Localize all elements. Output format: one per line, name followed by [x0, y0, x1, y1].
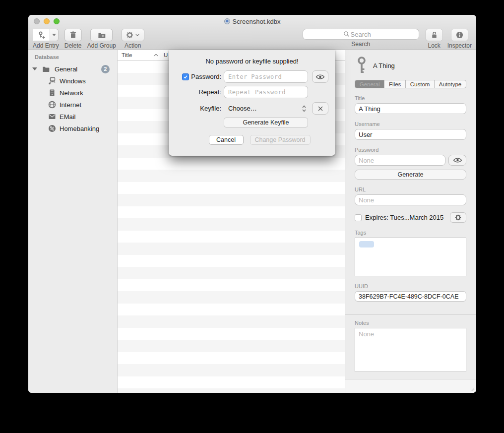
- zoom-button[interactable]: [54, 18, 60, 24]
- sidebar-item-homebanking[interactable]: Homebanking: [28, 123, 117, 134]
- reveal-password-button[interactable]: [448, 155, 466, 166]
- trash-icon: [69, 31, 77, 39]
- generate-keyfile-button[interactable]: Generate Keyfile: [224, 118, 308, 127]
- tags-field[interactable]: [355, 238, 466, 276]
- sidebar-item-network[interactable]: Network: [28, 87, 117, 99]
- stepper-icon: [302, 105, 307, 113]
- clear-keyfile-button[interactable]: [312, 102, 328, 115]
- toolbar: Add Entry Delete Add Group: [28, 28, 476, 49]
- entry-title-heading: A Thing: [373, 62, 395, 69]
- disclosure-triangle-icon[interactable]: [32, 67, 37, 70]
- cancel-button[interactable]: Cancel: [209, 135, 244, 145]
- keyfile-label: Keyfile:: [200, 105, 221, 112]
- lock-label: Lock: [428, 42, 440, 49]
- percent-icon: [48, 124, 56, 132]
- keyfile-value: Choose…: [228, 105, 302, 112]
- uuid-field[interactable]: [355, 291, 466, 302]
- inspector-label: Inspector: [447, 42, 472, 49]
- keyfile-popup[interactable]: Choose…: [224, 102, 308, 115]
- sidebar-item-email[interactable]: EMail: [28, 111, 117, 123]
- add-entry-dropdown[interactable]: [50, 29, 58, 41]
- notes-field-label: Notes: [355, 320, 466, 326]
- expires-label: Expires: Tues...March 2015: [365, 214, 446, 221]
- add-group-label: Add Group: [87, 42, 116, 49]
- minimize-button[interactable]: [44, 18, 50, 24]
- inspector-panel: A Thing General Files Custom Autotype Ti…: [345, 50, 476, 393]
- eye-icon: [315, 74, 325, 80]
- resize-grip[interactable]: [470, 387, 475, 391]
- column-header-title[interactable]: Title: [118, 50, 161, 60]
- password-label: Password:: [191, 73, 221, 80]
- gear-icon: [455, 214, 461, 221]
- enter-password-input[interactable]: [224, 70, 308, 83]
- app-window: Screenshot.kdbx Add Entry Delete: [28, 15, 476, 393]
- sidebar-item-label: EMail: [60, 113, 76, 121]
- inspector-button[interactable]: [451, 29, 468, 41]
- column-header-username[interactable]: U: [161, 52, 168, 58]
- delete-button[interactable]: [64, 29, 82, 41]
- password-checkbox[interactable]: [182, 73, 189, 80]
- repeat-label: Repeat:: [198, 88, 221, 96]
- expires-checkbox[interactable]: [355, 214, 362, 221]
- sidebar-item-internet[interactable]: Internet: [28, 99, 117, 111]
- sidebar-item-windows[interactable]: Windows: [28, 75, 117, 87]
- entry-count-badge: 2: [101, 65, 110, 73]
- check-icon: [183, 74, 188, 79]
- window-chrome: Screenshot.kdbx Add Entry Delete: [28, 15, 476, 50]
- chevron-down-icon: [52, 34, 56, 36]
- tab-files[interactable]: Files: [384, 80, 406, 88]
- server-icon: [48, 89, 56, 97]
- password-field-label: Password: [355, 147, 466, 153]
- sidebar-item-general[interactable]: General 2: [28, 63, 117, 75]
- globe-icon: [48, 101, 56, 109]
- inspector-tabs: General Files Custom Autotype: [355, 80, 466, 88]
- tab-custom[interactable]: Custom: [406, 80, 435, 88]
- window-title: Screenshot.kdbx: [233, 18, 281, 25]
- title-field-label: Title: [355, 95, 466, 101]
- url-field[interactable]: [355, 194, 466, 205]
- password-field[interactable]: [355, 155, 445, 166]
- tab-autotype[interactable]: Autotype: [435, 80, 466, 88]
- change-password-button[interactable]: Change Password: [250, 135, 311, 145]
- document-proxy-icon[interactable]: [224, 18, 230, 24]
- sheet-message: No password or keyfile supplied!: [169, 58, 335, 65]
- titlebar[interactable]: Screenshot.kdbx: [28, 15, 476, 28]
- inspector-footer: [345, 379, 476, 393]
- action-label: Action: [125, 42, 141, 49]
- close-button[interactable]: [34, 18, 40, 24]
- column-label: Title: [122, 52, 132, 58]
- lock-button[interactable]: [426, 29, 443, 41]
- group-sidebar: Database General 2 Windows Network: [28, 50, 118, 393]
- windows-network-icon: [48, 77, 56, 85]
- column-label: U: [164, 52, 168, 58]
- lock-open-icon: [431, 31, 438, 39]
- uuid-field-label: UUID: [355, 283, 466, 289]
- action-button[interactable]: [122, 29, 144, 41]
- delete-label: Delete: [64, 42, 82, 49]
- reveal-password-button[interactable]: [312, 70, 328, 83]
- key-plus-icon: [38, 31, 46, 39]
- repeat-password-input[interactable]: [224, 86, 308, 98]
- tag-token[interactable]: [359, 241, 374, 247]
- divider: [345, 314, 476, 315]
- sidebar-item-label: Windows: [60, 77, 86, 85]
- sidebar-item-label: Internet: [60, 101, 81, 109]
- expires-settings-button[interactable]: [450, 212, 466, 223]
- notes-field[interactable]: [355, 328, 466, 372]
- title-field[interactable]: [355, 103, 466, 114]
- search-input[interactable]: [303, 29, 419, 40]
- traffic-lights: [34, 18, 60, 24]
- folder-plus-icon: [98, 31, 106, 39]
- generate-password-button[interactable]: Generate: [355, 170, 466, 180]
- sidebar-item-label: Network: [60, 89, 83, 97]
- tab-general[interactable]: General: [355, 80, 384, 88]
- sidebar-item-label: Homebanking: [60, 125, 99, 132]
- add-group-button[interactable]: [90, 29, 113, 41]
- search-label: Search: [351, 41, 370, 48]
- envelope-icon: [48, 113, 56, 121]
- chevron-down-icon: [135, 34, 139, 36]
- change-password-sheet: No password or keyfile supplied! Passwor…: [169, 50, 335, 156]
- add-entry-button[interactable]: [33, 29, 59, 41]
- sort-ascending-icon: [154, 54, 158, 57]
- username-field[interactable]: [355, 129, 466, 140]
